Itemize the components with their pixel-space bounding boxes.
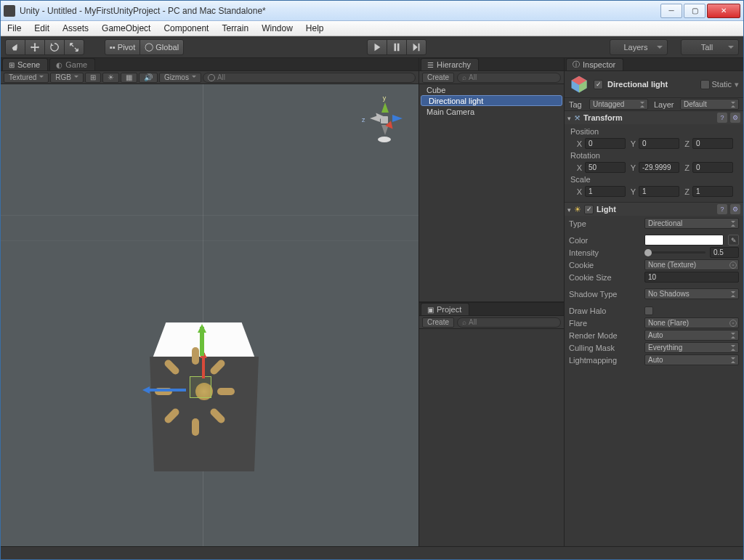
layout-dropdown[interactable]: Tall: [681, 39, 739, 55]
tab-scene[interactable]: ⊞Scene: [2, 58, 48, 70]
axis-x-handle[interactable]: [202, 353, 205, 378]
light-color-field[interactable]: [644, 235, 724, 245]
hierarchy-item-directional-light[interactable]: Directional light: [421, 95, 562, 106]
gizmo-y-cone[interactable]: [381, 99, 389, 113]
scene-audio-toggle[interactable]: 🔊: [139, 73, 158, 83]
light-settings-button[interactable]: ⚙: [730, 204, 740, 214]
hierarchy-item-cube[interactable]: Cube: [419, 84, 564, 95]
layers-dropdown[interactable]: Layers: [610, 39, 668, 55]
cookie-field[interactable]: None (Texture): [644, 259, 739, 270]
scale-tool-button[interactable]: [64, 39, 84, 55]
static-label: Static: [711, 80, 732, 89]
project-search[interactable]: ⌕All: [457, 317, 561, 328]
menu-assets[interactable]: Assets: [56, 21, 95, 36]
rotate-tool-button[interactable]: [44, 39, 65, 55]
light-enabled-checkbox[interactable]: ✓: [584, 205, 594, 214]
menu-terrain[interactable]: Terrain: [215, 21, 255, 36]
scene-2d-toggle[interactable]: ⊞: [85, 73, 101, 83]
draw-halo-checkbox[interactable]: [644, 307, 653, 315]
transform-icon: ⤧: [574, 113, 581, 123]
step-button[interactable]: [406, 39, 426, 55]
scale-z-field[interactable]: 1: [692, 186, 733, 197]
move-tool-button[interactable]: [25, 39, 45, 55]
play-controls: [367, 39, 426, 55]
pivot-toggle[interactable]: ▪▪ Pivot: [105, 39, 140, 55]
tab-inspector[interactable]: ⓘInspector: [566, 58, 623, 70]
scale-label: Scale: [569, 174, 739, 185]
scene-view-gizmo[interactable]: y z: [360, 96, 407, 142]
transform-foldout-icon[interactable]: [567, 113, 571, 122]
play-button[interactable]: [367, 39, 387, 55]
cookie-size-field[interactable]: 10: [644, 272, 739, 283]
color-picker-button[interactable]: ✎: [728, 235, 739, 245]
scale-y-field[interactable]: 1: [639, 186, 679, 197]
layer-label: Layer: [654, 100, 677, 109]
position-z-field[interactable]: 0: [692, 138, 733, 149]
static-checkbox[interactable]: [700, 80, 710, 89]
render-mode-dropdown[interactable]: RGB: [50, 73, 84, 83]
flare-field[interactable]: None (Flare): [644, 317, 739, 328]
light-icon: ☀: [574, 205, 581, 214]
position-x-field[interactable]: 0: [585, 138, 626, 149]
scene-search[interactable]: All: [203, 73, 416, 83]
project-create-dropdown[interactable]: Create: [422, 317, 454, 328]
menu-help[interactable]: Help: [299, 21, 331, 36]
intensity-field[interactable]: 0.5: [710, 247, 739, 258]
scene-viewport[interactable]: y z: [1, 84, 418, 546]
status-bar: [1, 546, 743, 559]
gizmo-z-label: z: [362, 116, 365, 123]
pause-button[interactable]: [387, 39, 407, 55]
shading-mode-dropdown[interactable]: Textured: [4, 73, 49, 83]
transform-help-button[interactable]: ?: [717, 113, 727, 123]
static-dropdown-icon[interactable]: ▾: [735, 80, 739, 89]
hierarchy-create-dropdown[interactable]: Create: [422, 73, 454, 83]
menu-component[interactable]: Component: [157, 21, 215, 36]
scene-tab-row: ⊞Scene ◐Game: [1, 58, 418, 71]
minimize-button[interactable]: ─: [660, 4, 682, 18]
hierarchy-search[interactable]: ⌕All: [457, 73, 561, 83]
menu-window[interactable]: Window: [255, 21, 299, 36]
light-help-button[interactable]: ?: [717, 204, 727, 214]
tab-hierarchy[interactable]: ☰Hierarchy: [421, 58, 479, 70]
scene-fx-toggle[interactable]: ▦: [121, 73, 137, 83]
gizmos-dropdown[interactable]: Gizmos: [159, 73, 201, 83]
light-type-dropdown[interactable]: Directional: [644, 218, 739, 229]
transform-settings-button[interactable]: ⚙: [730, 113, 740, 123]
gameobject-enabled-checkbox[interactable]: ✓: [594, 80, 603, 89]
menu-gameobject[interactable]: GameObject: [95, 21, 157, 36]
tab-game[interactable]: ◐Game: [49, 58, 95, 70]
close-button[interactable]: ✕: [707, 4, 740, 18]
shadow-type-dropdown[interactable]: No Shadows: [644, 288, 739, 299]
hierarchy-list: Cube Directional light Main Camera: [419, 84, 564, 301]
maximize-button[interactable]: ▢: [684, 4, 705, 18]
gameobject-icon: [569, 74, 589, 94]
project-icon: ▣: [427, 306, 434, 314]
intensity-slider[interactable]: [644, 251, 705, 253]
rotation-y-field[interactable]: -29.9999: [639, 162, 679, 173]
rotation-z-field[interactable]: 0: [692, 162, 733, 173]
scene-light-toggle[interactable]: ☀: [102, 73, 119, 83]
transform-title: Transform: [583, 113, 714, 122]
main-toolbar: ▪▪ Pivot ◯ Global Layers Tall: [1, 36, 743, 58]
global-toggle[interactable]: ◯ Global: [140, 39, 184, 55]
render-mode-dropdown[interactable]: Auto: [644, 330, 739, 341]
menu-bar: File Edit Assets GameObject Component Te…: [1, 21, 743, 36]
position-y-field[interactable]: 0: [639, 138, 679, 149]
scale-x-field[interactable]: 1: [585, 186, 626, 197]
menu-file[interactable]: File: [1, 21, 28, 36]
gizmo-z-cone[interactable]: [392, 115, 406, 122]
hierarchy-icon: ☰: [427, 61, 434, 69]
axis-y-handle[interactable]: [200, 327, 204, 356]
axis-z-handle[interactable]: [146, 389, 186, 391]
light-foldout-icon[interactable]: [567, 205, 571, 214]
rotation-x-field[interactable]: 50: [585, 162, 626, 173]
gameobject-name-field[interactable]: Directional light: [607, 80, 696, 89]
layer-dropdown[interactable]: Default: [680, 99, 739, 110]
tab-project[interactable]: ▣Project: [421, 303, 469, 315]
menu-edit[interactable]: Edit: [28, 21, 56, 36]
culling-mask-dropdown[interactable]: Everything: [644, 342, 739, 353]
tag-dropdown[interactable]: Untagged: [589, 99, 648, 110]
hierarchy-item-main-camera[interactable]: Main Camera: [419, 106, 564, 117]
lightmapping-dropdown[interactable]: Auto: [644, 354, 739, 365]
hand-tool-button[interactable]: [5, 39, 25, 55]
